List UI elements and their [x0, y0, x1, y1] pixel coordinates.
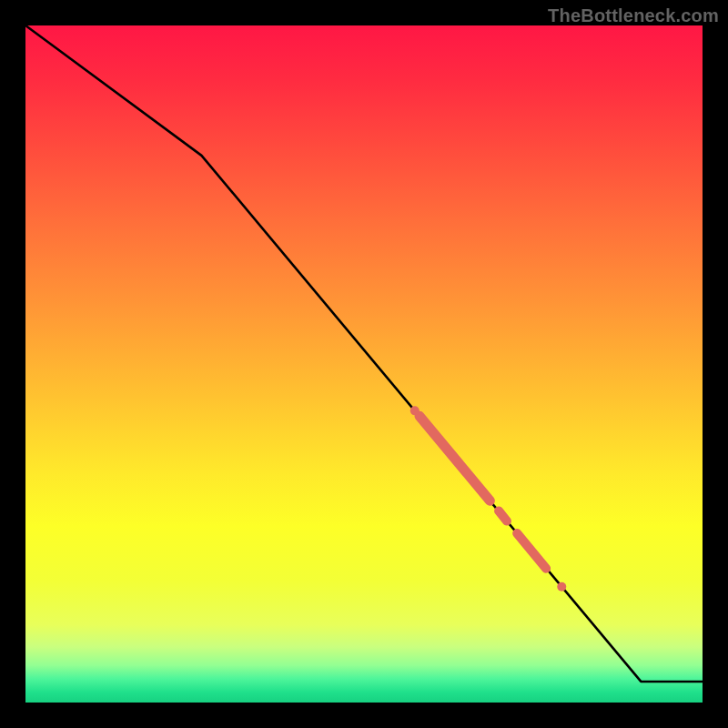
gradient-bg — [25, 25, 703, 703]
highlight-segment-1 — [499, 511, 507, 521]
chart-stage: TheBottleneck.com — [0, 0, 728, 728]
plot-svg — [25, 25, 703, 703]
plot-area — [25, 25, 703, 703]
highlight-point-1 — [557, 582, 566, 592]
highlight-point-0 — [410, 406, 420, 415]
watermark-text: TheBottleneck.com — [548, 5, 719, 26]
